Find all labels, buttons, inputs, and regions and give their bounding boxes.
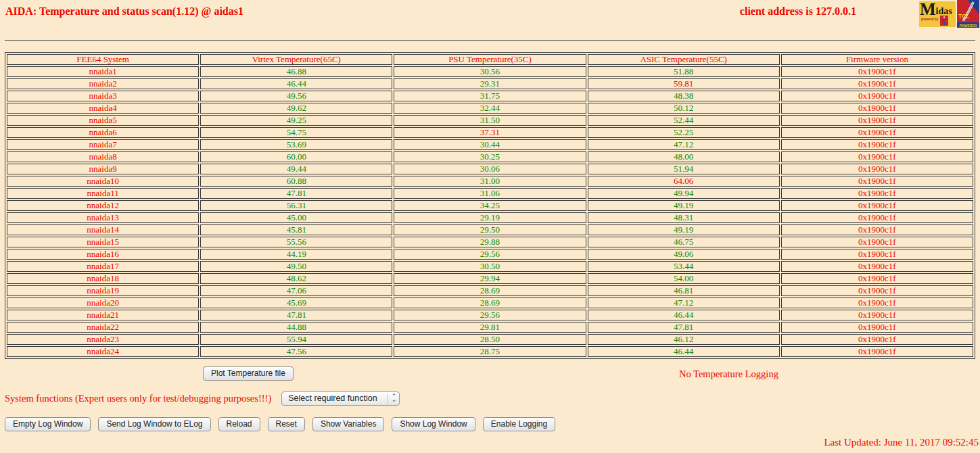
firmware-version: 0x1900c1f <box>781 224 973 235</box>
psu-temp: 28.69 <box>394 297 586 308</box>
psu-temp: 28.69 <box>394 285 586 296</box>
asic-temp: 59.81 <box>588 78 780 89</box>
virtex-temp: 47.06 <box>200 285 392 296</box>
system-name: nnaida23 <box>7 334 199 345</box>
send-log-window-to-elog-button[interactable]: Send Log Window to ELog <box>98 417 210 431</box>
firmware-version: 0x1900c1f <box>781 212 973 223</box>
firmware-version: 0x1900c1f <box>781 322 973 333</box>
table-row: nnaida2244.8829.8147.810x1900c1f <box>7 322 973 333</box>
system-name: nnaida5 <box>7 115 199 126</box>
table-row: nnaida549.2531.5052.440x1900c1f <box>7 115 973 126</box>
firmware-version: 0x1900c1f <box>781 249 973 260</box>
enable-logging-button[interactable]: Enable Logging <box>483 417 555 431</box>
table-body: nnaida146.8830.5651.880x1900c1fnnaida246… <box>7 66 973 357</box>
firmware-version: 0x1900c1f <box>781 91 973 101</box>
asic-temp: 46.44 <box>588 346 780 357</box>
show-variables-button[interactable]: Show Variables <box>312 417 385 431</box>
tcl-powered-logo[interactable]: TCL POWERED <box>957 0 979 28</box>
system-name: nnaida6 <box>7 127 199 138</box>
reload-button[interactable]: Reload <box>218 417 260 431</box>
virtex-temp: 55.94 <box>200 334 392 345</box>
system-name: nnaida21 <box>7 310 199 320</box>
firmware-version: 0x1900c1f <box>781 151 973 162</box>
midas-logo[interactable]: Midas powered by <box>919 1 956 27</box>
table-row: nnaida2045.6928.6947.120x1900c1f <box>7 297 973 308</box>
psu-temp: 29.56 <box>394 310 586 320</box>
psu-temp: 30.44 <box>394 139 586 150</box>
firmware-version: 0x1900c1f <box>781 115 973 126</box>
firmware-version: 0x1900c1f <box>781 78 973 89</box>
reset-button[interactable]: Reset <box>268 417 305 431</box>
virtex-temp: 49.56 <box>200 91 392 101</box>
virtex-temp: 45.81 <box>200 224 392 235</box>
page-title: AIDA: Temperature and status scan(1.12) … <box>5 5 243 18</box>
asic-temp: 48.31 <box>588 212 780 223</box>
system-name: nnaida9 <box>7 164 199 174</box>
psu-temp: 29.50 <box>394 224 586 235</box>
system-name: nnaida12 <box>7 200 199 211</box>
asic-temp: 49.19 <box>588 224 780 235</box>
system-name: nnaida16 <box>7 249 199 260</box>
firmware-version: 0x1900c1f <box>781 285 973 296</box>
asic-temp: 54.00 <box>588 273 780 284</box>
psu-temp: 29.81 <box>394 322 586 333</box>
asic-temp: 49.19 <box>588 200 780 211</box>
psu-temp: 37.31 <box>394 127 586 138</box>
table-row: nnaida1147.8131.0649.940x1900c1f <box>7 188 973 199</box>
column-header: Firmware version <box>781 54 973 65</box>
system-name: nnaida14 <box>7 224 199 235</box>
system-functions-label: System functions (Expert users only for … <box>5 393 271 404</box>
system-name: nnaida8 <box>7 151 199 162</box>
function-select-value: Select required function <box>288 394 384 403</box>
virtex-temp: 53.69 <box>200 139 392 150</box>
asic-temp: 48.00 <box>588 151 780 162</box>
table-row: nnaida860.0030.2548.000x1900c1f <box>7 151 973 162</box>
show-log-window-button[interactable]: Show Log Window <box>392 417 475 431</box>
table-row: nnaida349.5631.7548.380x1900c1f <box>7 91 973 101</box>
system-name: nnaida15 <box>7 237 199 247</box>
midas-logo-initial: M <box>920 1 936 18</box>
firmware-version: 0x1900c1f <box>781 127 973 138</box>
empty-log-window-button[interactable]: Empty Log Window <box>5 417 91 431</box>
psu-temp: 34.25 <box>394 200 586 211</box>
table-row: nnaida1445.8129.5049.190x1900c1f <box>7 224 973 235</box>
psu-temp: 29.19 <box>394 212 586 223</box>
asic-temp: 49.94 <box>588 188 780 199</box>
function-select[interactable]: Select required function ⌃⌄ <box>281 391 400 406</box>
table-row: nnaida449.6232.4450.120x1900c1f <box>7 103 973 114</box>
table-row: nnaida2355.9428.5046.120x1900c1f <box>7 334 973 345</box>
plot-temperature-file-button[interactable]: Plot Temperature file <box>203 366 294 381</box>
asic-temp: 48.38 <box>588 91 780 101</box>
system-name: nnaida19 <box>7 285 199 296</box>
firmware-version: 0x1900c1f <box>781 176 973 187</box>
psu-temp: 31.06 <box>394 188 586 199</box>
tcl-powered-label: POWERED <box>960 24 977 28</box>
psu-temp: 28.75 <box>394 346 586 357</box>
column-header: PSU Temperature(35C) <box>394 54 586 65</box>
divider <box>5 40 975 41</box>
virtex-temp: 60.00 <box>200 151 392 162</box>
psu-temp: 29.88 <box>394 237 586 247</box>
table-row: nnaida1644.1929.5649.060x1900c1f <box>7 249 973 260</box>
psu-temp: 30.06 <box>394 164 586 174</box>
psu-temp: 30.50 <box>394 261 586 272</box>
column-header: ASIC Temperature(55C) <box>588 54 780 65</box>
system-name: nnaida7 <box>7 139 199 150</box>
virtex-temp: 54.75 <box>200 127 392 138</box>
virtex-temp: 56.31 <box>200 200 392 211</box>
psu-temp: 30.56 <box>394 66 586 77</box>
virtex-temp: 45.69 <box>200 297 392 308</box>
asic-temp: 46.44 <box>588 310 780 320</box>
system-name: nnaida11 <box>7 188 199 199</box>
virtex-temp: 45.00 <box>200 212 392 223</box>
firmware-version: 0x1900c1f <box>781 310 973 320</box>
asic-temp: 52.44 <box>588 115 780 126</box>
virtex-temp: 60.88 <box>200 176 392 187</box>
system-name: nnaida2 <box>7 78 199 89</box>
psu-temp: 32.44 <box>394 103 586 114</box>
virtex-temp: 47.56 <box>200 346 392 357</box>
table-row: nnaida146.8830.5651.880x1900c1f <box>7 66 973 77</box>
asic-temp: 47.81 <box>588 322 780 333</box>
table-row: nnaida1947.0628.6946.810x1900c1f <box>7 285 973 296</box>
temperature-table: FEE64 SystemVirtex Temperature(65C)PSU T… <box>5 52 975 359</box>
